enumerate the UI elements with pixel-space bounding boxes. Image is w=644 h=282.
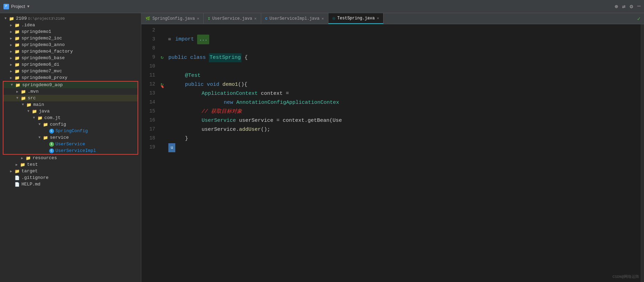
sidebar-item-springdemo8[interactable]: ▶ 📁 springdemo8_proxy (3, 74, 138, 81)
sidebar-item-main[interactable]: ▼ 📁 main (3, 101, 138, 108)
sidebar-item-src[interactable]: ▼ 📁 src (3, 95, 138, 101)
java-label: java (39, 109, 50, 114)
editor-content[interactable]: 2 3 8 9 10 11 12 13 14 15 16 17 18 19 (141, 24, 644, 282)
editor-area: 🌿 SpringConfig.java ✕ I UserService.java… (141, 13, 644, 282)
springdemo1-icon: 📁 (14, 29, 20, 34)
import-dots[interactable]: ... (197, 35, 209, 44)
sidebar-item-springdemo9[interactable]: ▼ 📁 springdemo9_aop (3, 82, 138, 88)
sidebar-item-springdemo6[interactable]: ▶ 📁 springdemo6_di (3, 61, 138, 68)
main-icon: 📁 (26, 102, 32, 107)
line-num-8: 8 (141, 44, 155, 53)
sidebar-item-config[interactable]: ▼ 📁 config (3, 121, 138, 128)
springdemo2-arrow: ▶ (8, 36, 14, 40)
sidebar-item-target[interactable]: ▶ 📁 target (3, 168, 138, 174)
sidebar-item-test[interactable]: ▶ 📁 test (3, 161, 138, 168)
line-num-12: 12 (141, 80, 155, 89)
userservice-class-icon: I (49, 142, 54, 147)
springconfig-tab-icon: 🌿 (145, 16, 150, 21)
line-num-2: 2 (141, 26, 155, 35)
title-bar-left: P Project ▼ (3, 4, 29, 9)
userservice-tab-label: UserService.java (212, 16, 252, 21)
sidebar-item-gitignore[interactable]: ▶ 📄 .gitignore (3, 174, 138, 181)
gutter-icon-9[interactable]: ↻ (159, 53, 166, 62)
src-icon: 📁 (20, 96, 26, 101)
minimize-icon[interactable]: — (637, 3, 641, 10)
sidebar-item-userservice[interactable]: ▶ I UserService (3, 141, 138, 147)
code-line-19: u (166, 143, 641, 152)
import-keyword: import (175, 35, 194, 44)
tab-bar: 🌿 SpringConfig.java ✕ I UserService.java… (141, 13, 644, 24)
tab-testspring[interactable]: ☉ TestSpring.java ✕ (328, 13, 383, 24)
check-icon: ✓ (637, 15, 641, 22)
line-num-17: 17 (141, 125, 155, 134)
sidebar-item-helpmd[interactable]: ▶ 📄 HELP.md (3, 181, 138, 188)
sidebar-top: ▼ 📁 2109 D:\project3\2109 ▶ 📁 .idea ▶ 📁 … (0, 13, 141, 190)
sidebar-item-comjt[interactable]: ▼ 📁 com.jt (3, 115, 138, 121)
comjt-label: com.jt (44, 115, 61, 120)
sidebar-item-springdemo2[interactable]: ▶ 📁 springdemo2_ioc (3, 35, 138, 42)
springdemo9-arrow: ▼ (9, 83, 15, 87)
expand-import[interactable]: ⊞ (168, 35, 175, 44)
userserviceimpl-tab-label: UserServiceImpl.java (270, 16, 319, 21)
sidebar-item-springdemo3[interactable]: ▶ 📁 springdemo3_anno (3, 42, 138, 48)
target-icon: 📁 (14, 169, 20, 174)
context-var: context = (261, 89, 289, 98)
mvn-label: .mvn (28, 89, 38, 94)
sidebar-item-springdemo7[interactable]: ▶ 📁 springdemo7_mvc (3, 68, 138, 74)
class-kw: class (190, 53, 206, 62)
public-kw-12: public (185, 80, 204, 89)
springdemo5-icon: 📁 (14, 56, 20, 61)
project-icon: P (3, 4, 9, 9)
springdemo3-icon: 📁 (14, 43, 20, 47)
service-icon: 📁 (42, 135, 48, 140)
userserviceimpl-tab-close[interactable]: ✕ (321, 16, 324, 21)
scrollbar-right[interactable] (641, 24, 644, 282)
tree-root[interactable]: ▼ 📁 2109 D:\project3\2109 (3, 15, 138, 22)
sidebar-item-java[interactable]: ▼ 📁 java (3, 108, 138, 115)
sidebar-item-service[interactable]: ▼ 📁 service (3, 134, 138, 141)
testspring-tab-close[interactable]: ✕ (377, 16, 379, 20)
testspring-tab-icon: ☉ (333, 16, 335, 21)
src-label: src (28, 95, 36, 101)
sidebar-item-springdemo4[interactable]: ▶ 📁 springdemo4_factory (3, 48, 138, 55)
code-line-9: public class TestSpring { (166, 53, 641, 62)
code-line-11: @Test (166, 71, 641, 80)
sidebar-item-idea[interactable]: ▶ 📁 .idea (3, 22, 138, 28)
swap-icon[interactable]: ⇄ (622, 3, 626, 10)
springdemo5-label: springdemo5_base (21, 55, 65, 61)
target-arrow: ▶ (8, 169, 14, 173)
tab-userserviceimpl[interactable]: C UserServiceImpl.java ✕ (261, 13, 328, 24)
tab-userservice[interactable]: I UserService.java ✕ (204, 13, 261, 24)
springdemo8-label: springdemo8_proxy (21, 75, 68, 80)
springdemo7-label: springdemo7_mvc (21, 69, 62, 74)
demo1-parens: (){ (238, 80, 247, 89)
sidebar-item-springdemo1[interactable]: ▶ 📁 springdemo1 (3, 28, 138, 35)
config-label: config (50, 122, 66, 127)
springconfig-tab-close[interactable]: ✕ (197, 16, 199, 21)
mvn-arrow: ▶ (15, 90, 20, 94)
springdemo8-arrow: ▶ (8, 76, 14, 80)
springdemo3-label: springdemo3_anno (21, 42, 65, 47)
sidebar-item-userserviceimpl[interactable]: ▶ C UserServiceImpl (3, 147, 138, 154)
line-num-18: 18 (141, 134, 155, 143)
code-area[interactable]: ⊞ import ... public class TestSpring { (166, 24, 641, 282)
gutter-icon-12[interactable]: ↻ 🔖 (159, 80, 166, 89)
line-num-15: 15 (141, 107, 155, 116)
resources-icon: 📁 (25, 156, 31, 161)
code-line-17: userService. addUser (); (166, 125, 641, 134)
project-label: Project (11, 4, 25, 9)
dropdown-arrow[interactable]: ▼ (27, 4, 29, 9)
userservice-tab-close[interactable]: ✕ (254, 16, 257, 21)
sidebar-item-springconfig[interactable]: ▶ C SpringConfig (3, 128, 138, 134)
sidebar-item-resources[interactable]: ▶ 📁 resources (3, 155, 138, 161)
add-icon[interactable]: ⊕ (615, 3, 618, 10)
settings-icon[interactable]: ⚙ (630, 3, 633, 10)
service-arrow: ▼ (37, 136, 42, 139)
sidebar-item-mvn[interactable]: ▶ 📁 .mvn (3, 88, 138, 95)
tab-springconfig[interactable]: 🌿 SpringConfig.java ✕ (141, 13, 204, 24)
sidebar-item-springdemo5[interactable]: ▶ 📁 springdemo5_base (3, 55, 138, 61)
line-num-9: 9 (141, 53, 155, 62)
line-num-10: 10 (141, 62, 155, 71)
userserviceimpl-label: UserServiceImpl (55, 148, 96, 153)
userservice-call: userService. (202, 125, 239, 134)
